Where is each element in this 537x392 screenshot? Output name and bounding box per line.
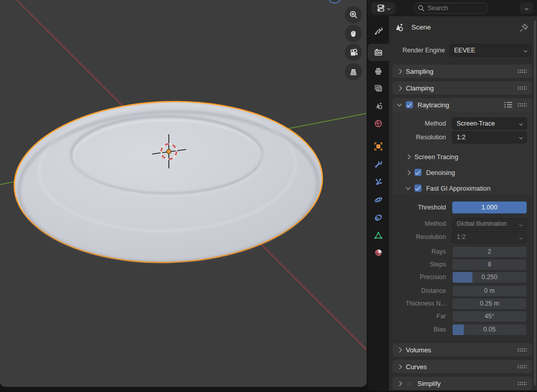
subpanel-denoising[interactable]: Denoising bbox=[406, 167, 455, 178]
panel-title: Curves bbox=[406, 363, 427, 371]
method-select[interactable]: Screen-Trace bbox=[452, 117, 527, 130]
precision-row: Precision 0.250 bbox=[393, 271, 532, 283]
tab-particles[interactable] bbox=[368, 173, 389, 191]
search-icon bbox=[417, 5, 425, 12]
drag-grip-icon[interactable] bbox=[517, 365, 527, 369]
gi-resolution-row: Resolution 1:2 bbox=[393, 231, 532, 243]
chevron-down-icon bbox=[524, 49, 527, 52]
far-row: Far 45° bbox=[393, 310, 532, 322]
chevron-right-icon bbox=[397, 364, 402, 369]
bias-slider[interactable]: 0.05 bbox=[452, 324, 527, 336]
plate-object bbox=[12, 97, 325, 267]
render-icon bbox=[373, 47, 383, 57]
panel-clamping[interactable]: Clamping bbox=[393, 81, 532, 95]
search-box[interactable] bbox=[413, 3, 488, 14]
search-input[interactable] bbox=[428, 5, 479, 12]
tab-view-layer[interactable] bbox=[368, 80, 389, 97]
distance-row: Distance 0 m bbox=[393, 285, 532, 297]
distance-slider[interactable]: 0 m bbox=[452, 285, 527, 297]
bias-row: Bias 0.05 bbox=[393, 323, 532, 336]
tab-output[interactable] bbox=[368, 63, 389, 80]
particles-icon bbox=[373, 177, 383, 187]
denoising-checkbox[interactable] bbox=[414, 169, 422, 176]
simplify-checkbox[interactable] bbox=[406, 380, 413, 387]
tab-physics[interactable] bbox=[368, 191, 389, 208]
drag-grip-icon[interactable] bbox=[517, 69, 527, 73]
grid-icon bbox=[348, 67, 359, 77]
breadcrumb-label: Scene bbox=[411, 23, 431, 31]
pan-button[interactable] bbox=[345, 25, 362, 42]
steps-slider[interactable]: 8 bbox=[452, 259, 527, 270]
panel-raytracing[interactable]: Raytracing bbox=[393, 98, 532, 111]
tool-icon bbox=[373, 25, 383, 36]
chevron-down-icon bbox=[519, 122, 523, 126]
panel-curves[interactable]: Curves bbox=[393, 360, 532, 373]
gi-resolution-value: 1:2 bbox=[457, 233, 465, 240]
rays-row: Rays 2 bbox=[393, 246, 532, 258]
gi-method-select[interactable]: Global Illumination bbox=[452, 218, 527, 230]
gi-method-row: Method Global Illumination bbox=[393, 218, 532, 230]
thickness-value: 0.25 m bbox=[480, 300, 499, 307]
properties-content: Scene Render Engine EEVEE Sampling bbox=[389, 16, 537, 390]
tab-modifiers[interactable] bbox=[368, 156, 389, 173]
thickness-slider[interactable]: 0.25 m bbox=[452, 298, 527, 310]
scrollbar[interactable] bbox=[534, 20, 536, 385]
fast-gi-body: Threshold 1.000 Method Global Illuminati… bbox=[393, 195, 532, 338]
tab-material[interactable] bbox=[368, 244, 389, 261]
bias-label: Bias bbox=[393, 326, 446, 333]
chevron-down-icon bbox=[519, 222, 523, 226]
resolution-select[interactable]: 1:2 bbox=[452, 131, 527, 143]
threshold-slider[interactable]: 1.000 bbox=[452, 201, 527, 214]
pin-icon[interactable] bbox=[518, 22, 530, 34]
panel-sampling[interactable]: Sampling bbox=[393, 65, 532, 78]
camera-icon bbox=[348, 47, 359, 58]
method-row: Method Screen-Trace bbox=[393, 117, 532, 130]
tab-constraints[interactable] bbox=[368, 209, 389, 226]
far-slider[interactable]: 45° bbox=[452, 311, 527, 322]
object-data-icon bbox=[373, 230, 383, 240]
panel-title: Simplify bbox=[417, 380, 441, 387]
camera-view-button[interactable] bbox=[345, 44, 362, 61]
tab-scene[interactable] bbox=[368, 97, 389, 114]
drag-grip-icon[interactable] bbox=[517, 86, 527, 90]
raytracing-checkbox[interactable] bbox=[406, 101, 413, 108]
chevron-down-icon bbox=[519, 235, 523, 239]
subpanel-fast-gi[interactable]: Fast GI Approximation bbox=[406, 183, 491, 194]
scene-breadcrumb-icon bbox=[393, 21, 405, 33]
render-engine-select[interactable]: EEVEE bbox=[450, 44, 531, 56]
tab-render[interactable] bbox=[368, 44, 389, 61]
properties-header bbox=[368, 0, 537, 16]
tab-object-data[interactable] bbox=[368, 227, 389, 244]
precision-value: 0.250 bbox=[482, 274, 497, 281]
editor-type-button[interactable] bbox=[371, 2, 395, 14]
drag-grip-icon[interactable] bbox=[517, 348, 527, 352]
tab-object[interactable] bbox=[368, 138, 389, 155]
distance-label: Distance bbox=[393, 287, 446, 294]
subpanel-screen-tracing[interactable]: Screen Tracing bbox=[406, 151, 458, 162]
panel-simplify[interactable]: Simplify bbox=[393, 377, 532, 390]
viewport-3d[interactable] bbox=[0, 0, 367, 387]
presets-list-icon[interactable] bbox=[504, 101, 513, 108]
grid-toggle-button[interactable] bbox=[345, 63, 362, 80]
precision-slider[interactable]: 0.250 bbox=[452, 272, 527, 283]
rays-slider[interactable]: 2 bbox=[452, 246, 527, 258]
far-value: 45° bbox=[485, 313, 494, 320]
filter-dropdown-button[interactable] bbox=[520, 3, 533, 14]
drag-grip-icon[interactable] bbox=[517, 381, 527, 385]
tab-tool[interactable] bbox=[368, 22, 389, 39]
gi-resolution-select[interactable]: 1:2 bbox=[452, 231, 527, 243]
chevron-right-icon bbox=[406, 154, 411, 159]
steps-value: 8 bbox=[488, 261, 491, 268]
fast-gi-checkbox[interactable] bbox=[414, 185, 422, 192]
chevron-right-icon bbox=[397, 69, 402, 74]
zoom-button[interactable] bbox=[345, 6, 362, 23]
threshold-label: Threshold bbox=[393, 204, 446, 211]
tab-world[interactable] bbox=[368, 115, 389, 132]
properties-tab-strip bbox=[368, 16, 389, 390]
chevron-down-icon bbox=[386, 6, 390, 10]
chevron-right-icon bbox=[406, 170, 411, 175]
panel-title: Volumes bbox=[406, 346, 431, 354]
drag-grip-icon[interactable] bbox=[517, 103, 527, 107]
world-icon bbox=[373, 118, 383, 129]
panel-volumes[interactable]: Volumes bbox=[393, 343, 532, 356]
